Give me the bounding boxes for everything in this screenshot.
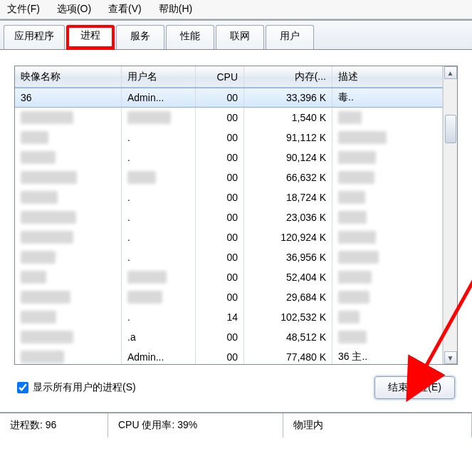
tab-users[interactable]: 用户 xyxy=(266,25,314,49)
table-row[interactable]: .a0048,512 K xyxy=(15,327,443,347)
col-image-name[interactable]: 映像名称 xyxy=(15,66,122,87)
cell: Admin... xyxy=(122,347,196,364)
table-row[interactable]: 0029,684 K xyxy=(15,287,443,307)
table-rows: 36Admin...0033,396 K毒..001,540 K.0091,11… xyxy=(15,88,443,364)
cell: 14 xyxy=(196,307,244,327)
cell xyxy=(15,247,122,267)
cell: 00 xyxy=(196,227,244,247)
tab-networking[interactable]: 联网 xyxy=(216,25,264,49)
cell: 36 主.. xyxy=(332,347,443,364)
cell: 00 xyxy=(196,247,244,267)
cell xyxy=(332,307,443,327)
table-row[interactable]: 0066,632 K xyxy=(15,167,443,187)
status-bar: 进程数: 96 CPU 使用率: 39% 物理内 xyxy=(0,413,472,438)
cell xyxy=(332,108,443,128)
col-description[interactable]: 描述 xyxy=(332,66,443,87)
table-row[interactable]: .0091,112 K xyxy=(15,128,443,148)
cell: 00 xyxy=(196,267,244,287)
cell: 90,124 K xyxy=(244,148,332,167)
cell: 00 xyxy=(196,327,244,347)
status-process-count: 进程数: 96 xyxy=(0,413,108,438)
cell xyxy=(122,108,196,128)
cell xyxy=(332,247,443,267)
cell xyxy=(332,167,443,187)
cell: 23,036 K xyxy=(244,207,332,227)
cell: 77,480 K xyxy=(244,347,332,364)
table-row[interactable]: 36Admin...0033,396 K毒.. xyxy=(15,88,443,108)
cell: 52,404 K xyxy=(244,267,332,287)
col-cpu[interactable]: CPU xyxy=(196,66,244,87)
col-memory[interactable]: 内存(... xyxy=(244,66,332,87)
tab-processes[interactable]: 进程 xyxy=(66,25,115,49)
cell xyxy=(332,267,443,287)
menu-options[interactable]: 选项(O) xyxy=(57,3,91,16)
table-row[interactable]: .0036,956 K xyxy=(15,247,443,267)
cell: 00 xyxy=(196,187,244,207)
cell xyxy=(332,287,443,307)
tab-applications[interactable]: 应用程序 xyxy=(4,25,65,49)
cell: 00 xyxy=(196,88,244,107)
tab-strip: 应用程序 进程 服务 性能 联网 用户 xyxy=(0,21,472,50)
table-row[interactable]: 001,540 K xyxy=(15,108,443,128)
tab-performance[interactable]: 性能 xyxy=(166,25,214,49)
processes-panel: 映像名称 用户名 CPU 内存(... 描述 36Admin...0033,39… xyxy=(0,50,472,412)
vertical-scrollbar[interactable]: ▲ ▼ xyxy=(443,66,457,364)
scroll-thumb[interactable] xyxy=(445,115,456,143)
menubar: 文件(F) 选项(O) 查看(V) 帮助(H) xyxy=(0,0,472,19)
cell xyxy=(15,287,122,307)
cell: 18,724 K xyxy=(244,187,332,207)
cell: . xyxy=(122,187,196,207)
show-all-users-checkbox[interactable]: 显示所有用户的进程(S) xyxy=(17,381,136,394)
table-row[interactable]: .0090,124 K xyxy=(15,148,443,167)
cell xyxy=(332,148,443,167)
process-list: 映像名称 用户名 CPU 内存(... 描述 36Admin...0033,39… xyxy=(14,66,458,365)
cell: .a xyxy=(122,327,196,347)
table-row[interactable]: Admin...0077,480 K36 主.. xyxy=(15,347,443,364)
menu-help[interactable]: 帮助(H) xyxy=(159,3,192,16)
table-header: 映像名称 用户名 CPU 内存(... 描述 xyxy=(15,66,443,88)
cell xyxy=(122,167,196,187)
table-row[interactable]: .0018,724 K xyxy=(15,187,443,207)
cell: 00 xyxy=(196,128,244,148)
cell xyxy=(15,148,122,167)
cell: . xyxy=(122,148,196,167)
cell: Admin... xyxy=(122,88,196,107)
table-row[interactable]: 0052,404 K xyxy=(15,267,443,287)
cell: 29,684 K xyxy=(244,287,332,307)
end-process-button[interactable]: 结束进程(E) xyxy=(374,376,455,399)
cell: 1,540 K xyxy=(244,108,332,128)
tab-services[interactable]: 服务 xyxy=(116,25,164,49)
cell: 00 xyxy=(196,347,244,364)
cell: 00 xyxy=(196,108,244,128)
cell xyxy=(15,108,122,128)
table-row[interactable]: .0023,036 K xyxy=(15,207,443,227)
scroll-up-button[interactable]: ▲ xyxy=(444,66,457,79)
show-all-users-label: 显示所有用户的进程(S) xyxy=(33,381,136,394)
show-all-users-input[interactable] xyxy=(17,382,28,393)
cell xyxy=(15,167,122,187)
cell: 00 xyxy=(196,167,244,187)
cell xyxy=(15,128,122,148)
table-row[interactable]: .00120,924 K xyxy=(15,227,443,247)
menu-file[interactable]: 文件(F) xyxy=(7,3,40,16)
cell xyxy=(332,227,443,247)
cell xyxy=(15,207,122,227)
cell: 毒.. xyxy=(332,88,443,107)
cell: 36 xyxy=(15,88,122,107)
scroll-down-button[interactable]: ▼ xyxy=(444,351,457,364)
cell xyxy=(332,327,443,347)
cell: 102,532 K xyxy=(244,307,332,327)
cell: . xyxy=(122,207,196,227)
cell: 36,956 K xyxy=(244,247,332,267)
menu-view[interactable]: 查看(V) xyxy=(108,3,142,16)
cell xyxy=(15,227,122,247)
cell: 91,112 K xyxy=(244,128,332,148)
cell: . xyxy=(122,227,196,247)
cell: 66,632 K xyxy=(244,167,332,187)
table-row[interactable]: .14102,532 K xyxy=(15,307,443,327)
col-user-name[interactable]: 用户名 xyxy=(122,66,196,87)
cell xyxy=(122,287,196,307)
status-physical-memory: 物理内 xyxy=(283,413,472,438)
panel-footer: 显示所有用户的进程(S) 结束进程(E) xyxy=(14,365,458,405)
cell xyxy=(15,327,122,347)
